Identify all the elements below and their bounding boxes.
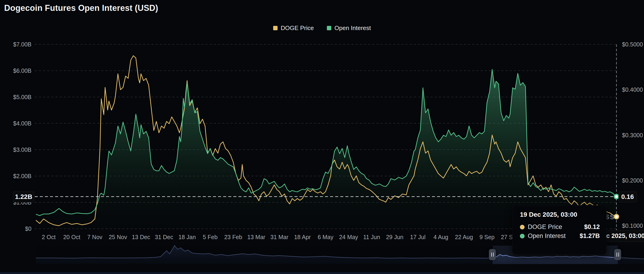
tooltip-row-open-interest: Open Interest$1.27B [520, 232, 600, 240]
page-title: Dogecoin Futures Open Interest (USD) [4, 3, 158, 13]
navigator-mask-right [618, 246, 644, 264]
coinglass-chart-page: { "page": { "title": "Dogecoin Futures O… [0, 0, 644, 274]
legend-swatch [327, 26, 331, 30]
legend-swatch [273, 26, 278, 30]
tooltip-series-value: $1.27B [580, 232, 600, 240]
tooltip-series-value: $0.12 [584, 223, 600, 231]
legend: DOGE PriceOpen Interest [0, 24, 644, 32]
crosshair-right-value-pill: 0.16 [618, 191, 636, 202]
tooltip: 19 Dec 2025, 03:00 DOGE Price$0.12Open I… [512, 205, 606, 255]
legend-label: Open Interest [334, 24, 371, 32]
open-interest-last-point-marker [614, 195, 618, 199]
legend-label: DOGE Price [281, 24, 314, 32]
tooltip-title: 19 Dec 2025, 03:00 [520, 211, 600, 218]
tooltip-series-label: DOGE Price [528, 223, 562, 231]
tooltip-series-marker [520, 234, 524, 238]
crosshair-left-value-pill: 1.22B [13, 191, 34, 202]
open-interest-area [36, 69, 616, 229]
legend-item-doge-price[interactable]: DOGE Price [273, 24, 314, 32]
navigator-mask-left [36, 246, 492, 264]
tooltip-row-doge-price: DOGE Price$0.12 [520, 223, 600, 231]
doge-price-last-point-marker [614, 215, 618, 219]
navigator-right-handle[interactable] [614, 249, 621, 260]
bottom-page-edge [0, 272, 644, 274]
tooltip-series-label: Open Interest [528, 232, 566, 240]
navigator-left-handle[interactable] [489, 249, 496, 260]
tooltip-series-marker [520, 225, 524, 229]
tooltip-rows: DOGE Price$0.12Open Interest$1.27B [520, 223, 600, 240]
legend-item-open-interest[interactable]: Open Interest [327, 24, 371, 32]
